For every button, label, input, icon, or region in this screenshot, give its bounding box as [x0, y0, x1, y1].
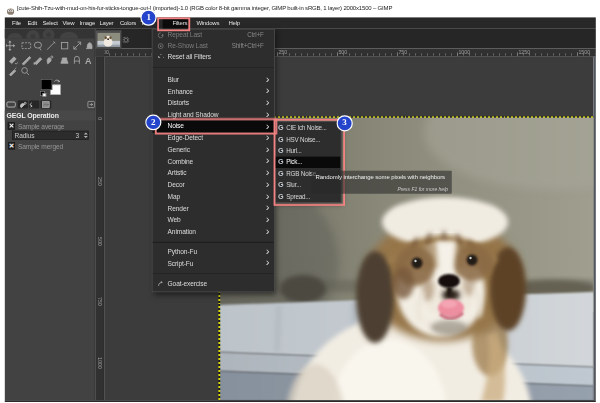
svg-text:A: A [85, 56, 92, 66]
